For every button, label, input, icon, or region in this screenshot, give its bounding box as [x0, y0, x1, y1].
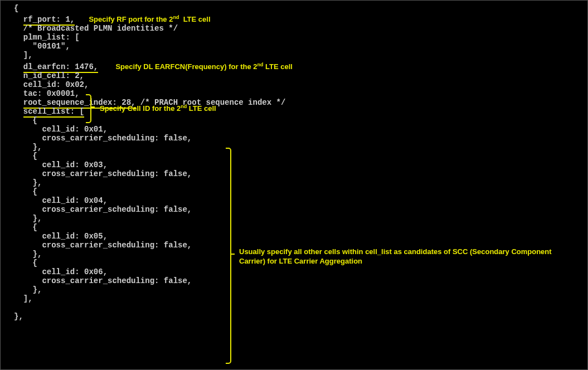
code-line: cell_id: 0x03, [1, 160, 587, 169]
code-line: { [1, 223, 587, 232]
code-line: cross_carrier_scheduling: false, [1, 169, 587, 178]
code-line: rf_port: 1, Specify RF port for the 2nd … [1, 13, 587, 24]
code-line: }, [1, 143, 587, 152]
code-line: plmn_list: [ [1, 33, 587, 42]
code-line: ], [1, 51, 587, 60]
code-line: cross_carrier_scheduling: false, [1, 134, 587, 143]
code-line: }, [1, 285, 587, 294]
code-line: /* Broadcasted PLMN identities */ [1, 24, 587, 33]
code-line [1, 303, 587, 312]
code-block: { rf_port: 1, Specify RF port for the 2n… [1, 1, 587, 321]
code-line: cross_carrier_scheduling: false, [1, 205, 587, 214]
code-line: cell_id: 0x04, [1, 196, 587, 205]
bracket-tick [230, 254, 235, 255]
code-line: { [1, 4, 587, 13]
annotation-rfport: Specify RF port for the 2nd LTE cell [89, 15, 210, 23]
annotation-scell: Usually specify all other cells within c… [239, 247, 562, 266]
code-line: ], [1, 294, 587, 303]
code-line: cell_id: 0x02, [1, 80, 587, 89]
bracket-cellid [86, 94, 91, 123]
bracket-scell [226, 148, 231, 364]
code-line: }, [1, 214, 587, 223]
annotation-earfcn: Specify DL EARFCN(Frequency) for the 2nd… [112, 61, 296, 72]
annotation-cellid: Specify Cell ID for the 2nd LTE cell [100, 104, 216, 113]
code-line: cell_id: 0x06, [1, 267, 587, 276]
code-line: { [1, 187, 587, 196]
code-line: cell_id: 0x01, [1, 125, 587, 134]
code-line: { [1, 152, 587, 160]
code-line: cell_id: 0x05, [1, 232, 587, 241]
code-line: "00101", [1, 42, 587, 51]
code-line: }, [1, 178, 587, 187]
bracket-tick [90, 106, 95, 108]
code-line: dl_earfcn: 1476, Specify DL EARFCN(Frequ… [1, 60, 587, 71]
code-line: }, [1, 312, 587, 321]
code-line: cross_carrier_scheduling: false, [1, 276, 587, 285]
